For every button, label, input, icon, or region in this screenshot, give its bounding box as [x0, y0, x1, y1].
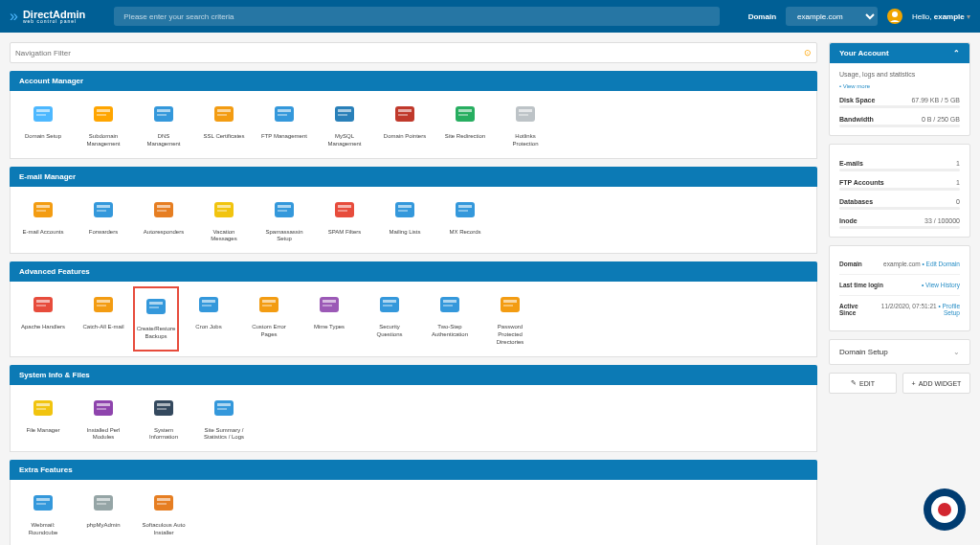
- svg-rect-26: [519, 109, 532, 112]
- menu-item-forwarders[interactable]: Forwarders: [80, 196, 126, 244]
- add-widget-button[interactable]: +ADD WIDGET: [902, 373, 970, 394]
- svg-rect-62: [202, 300, 215, 303]
- chevron-up-icon[interactable]: ⌃: [953, 49, 960, 57]
- menu-item-mx-records[interactable]: MX Records: [442, 196, 488, 244]
- menu-item-cron-jobs[interactable]: Cron Jobs: [186, 291, 232, 346]
- avatar[interactable]: [887, 9, 902, 24]
- hello-text[interactable]: Hello, example ▾: [912, 12, 970, 21]
- svg-rect-57: [97, 305, 106, 307]
- svg-rect-96: [97, 503, 106, 505]
- menu-item-hotlinks-protection[interactable]: Hotlinks Protection: [502, 101, 548, 148]
- logo-icon: »: [10, 8, 18, 25]
- item-icon: [29, 291, 57, 320]
- app-header: » DirectAdmin web control panel Domain e…: [0, 0, 980, 33]
- domain-setup-bar[interactable]: Domain Setup ⌄: [829, 339, 970, 365]
- item-label: Apache Handlers: [21, 324, 65, 331]
- menu-item-site-summary-statistics-logs[interactable]: Site Summary / Statistics / Logs: [201, 395, 247, 443]
- edit-domain-link[interactable]: • Edit Domain: [923, 261, 961, 267]
- svg-rect-50: [458, 205, 472, 208]
- search-input[interactable]: [114, 7, 719, 26]
- item-label: Installed Perl Modules: [80, 427, 126, 443]
- menu-item-domain-pointers[interactable]: Domain Pointers: [382, 101, 428, 148]
- menu-item-ssl-certificates[interactable]: SSL Certificates: [201, 101, 247, 148]
- logo[interactable]: » DirectAdmin web control panel: [10, 8, 85, 25]
- menu-item-two-step-authentication[interactable]: Two-Step Authentication: [427, 291, 473, 346]
- svg-rect-86: [157, 403, 170, 406]
- svg-rect-81: [36, 408, 46, 410]
- menu-item-ftp-management[interactable]: FTP Management: [261, 101, 307, 148]
- svg-rect-78: [503, 305, 513, 307]
- view-history-link[interactable]: • View History: [922, 282, 960, 288]
- section-advanced: Advanced Features Apache HandlersCatch-A…: [10, 261, 817, 356]
- menu-item-security-questions[interactable]: Security Questions: [367, 291, 412, 346]
- item-icon: [270, 101, 299, 129]
- menu-item-softaculous-auto-installer[interactable]: Softaculous Auto Installer: [141, 489, 187, 537]
- svg-rect-44: [338, 205, 351, 208]
- menu-item-create-restore-backups[interactable]: Create/Restore Backups: [133, 286, 179, 351]
- menu-item-site-redirection[interactable]: Site Redirection: [442, 101, 488, 148]
- item-label: FTP Management: [261, 133, 307, 141]
- menu-item-mysql-management[interactable]: MySQL Management: [322, 101, 368, 148]
- svg-rect-69: [323, 305, 332, 307]
- section-header: Account Manager: [10, 71, 817, 91]
- svg-rect-99: [157, 503, 167, 505]
- nav-filter: ⊙: [10, 42, 817, 63]
- profile-setup-link[interactable]: • Profile Setup: [938, 303, 960, 316]
- item-label: SPAM Filters: [328, 229, 362, 237]
- menu-item-custom-error-pages[interactable]: Custom Error Pages: [246, 291, 292, 346]
- menu-item-spamassassin-setup[interactable]: Spamassassin Setup: [261, 196, 307, 244]
- svg-rect-80: [36, 403, 50, 406]
- menu-item-subdomain-management[interactable]: Subdomain Management: [80, 101, 126, 148]
- view-more-link[interactable]: • View more: [839, 83, 960, 89]
- svg-rect-14: [278, 109, 291, 112]
- menu-item-dns-management[interactable]: DNS Management: [141, 101, 187, 148]
- svg-rect-24: [458, 114, 468, 116]
- svg-rect-84: [97, 408, 106, 410]
- svg-rect-6: [97, 114, 106, 116]
- item-label: Two-Step Authentication: [427, 324, 473, 339]
- menu-item-system-information[interactable]: System Information: [141, 395, 187, 443]
- domain-select[interactable]: example.com: [786, 7, 878, 26]
- menu-item-webmail-roundcube[interactable]: Webmail: Roundcube: [20, 489, 66, 537]
- menu-item-apache-handlers[interactable]: Apache Handlers: [20, 291, 66, 346]
- widget-subtitle: Usage, logs and statistics: [839, 71, 960, 78]
- item-icon: [496, 291, 524, 320]
- section-extra: Extra Features Webmail: RoundcubephpMyAd…: [10, 460, 817, 545]
- svg-rect-56: [97, 300, 110, 303]
- menu-item-autoresponders[interactable]: Autoresponders: [141, 196, 187, 244]
- search-icon: ⊙: [804, 48, 812, 57]
- menu-item-file-manager[interactable]: File Manager: [20, 395, 66, 443]
- item-label: Site Summary / Statistics / Logs: [201, 427, 247, 443]
- target-badge-icon[interactable]: [924, 488, 966, 531]
- menu-item-catch-all-e-mail[interactable]: Catch-All E-mail: [80, 291, 126, 346]
- item-icon: [451, 196, 479, 225]
- sidebar: Your Account ⌃ Usage, logs and statistic…: [829, 42, 970, 545]
- menu-item-phpmyadmin[interactable]: phpMyAdmin: [80, 489, 126, 537]
- nav-filter-input[interactable]: [15, 49, 804, 57]
- svg-rect-12: [217, 114, 227, 116]
- item-label: Create/Restore Backups: [137, 326, 176, 341]
- edit-button[interactable]: ✎EDIT: [829, 373, 897, 394]
- bandwidth-value: 0 B / 250 GB: [922, 116, 960, 123]
- item-label: Mime Types: [314, 324, 345, 331]
- svg-rect-39: [217, 210, 227, 212]
- menu-item-mailing-lists[interactable]: Mailing Lists: [382, 196, 428, 244]
- item-icon: [29, 489, 57, 518]
- svg-rect-93: [36, 503, 46, 505]
- menu-item-installed-perl-modules[interactable]: Installed Perl Modules: [80, 395, 126, 443]
- svg-rect-51: [458, 210, 468, 212]
- menu-item-vacation-messages[interactable]: Vacation Messages: [201, 196, 247, 244]
- item-icon: [315, 291, 344, 320]
- menu-item-e-mail-accounts[interactable]: E-mail Accounts: [20, 196, 66, 244]
- item-label: Password Protected Directories: [487, 324, 533, 346]
- svg-rect-98: [157, 498, 170, 501]
- plus-icon: +: [912, 380, 916, 387]
- menu-item-mime-types[interactable]: Mime Types: [306, 291, 352, 346]
- menu-item-password-protected-directories[interactable]: Password Protected Directories: [487, 291, 533, 346]
- svg-rect-65: [262, 300, 276, 303]
- svg-rect-72: [383, 305, 392, 307]
- menu-item-spam-filters[interactable]: SPAM Filters: [322, 196, 368, 244]
- menu-item-domain-setup[interactable]: Domain Setup: [20, 101, 66, 148]
- item-icon: [210, 101, 238, 129]
- item-icon: [375, 291, 404, 320]
